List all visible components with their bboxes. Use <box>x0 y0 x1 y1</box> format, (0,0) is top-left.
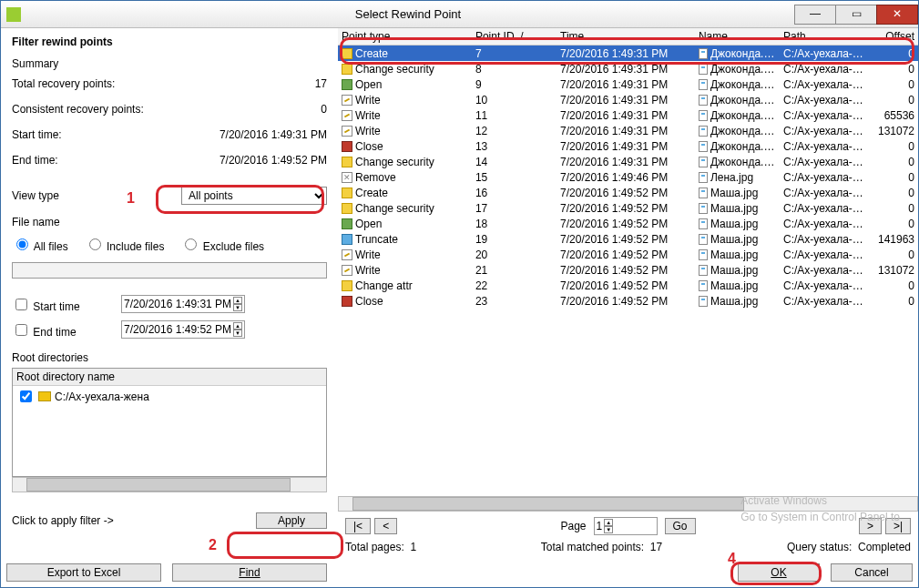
callout-2: 2 <box>209 537 217 553</box>
write-icon <box>342 110 352 121</box>
close-button[interactable]: ✕ <box>876 5 918 25</box>
root-dir-item[interactable]: C:/Ах-уехала-жена <box>13 386 326 407</box>
apply-hint: Click to apply filter -> <box>12 514 256 527</box>
filter-panel: Filter rewind points Summary Total recov… <box>1 28 338 561</box>
file-icon <box>699 157 708 167</box>
viewtype-select[interactable]: All points <box>181 187 327 205</box>
start-time-picker[interactable]: 7/20/2016 1:49:31 PM▲▼ <box>121 295 245 313</box>
file-icon <box>699 203 708 214</box>
filename-input[interactable] <box>12 262 327 279</box>
table-row[interactable]: Change attr227/20/2016 1:49:52 PMМаша.jp… <box>338 278 918 293</box>
apply-button[interactable]: Apply <box>256 512 327 529</box>
grid-header: Point type Point ID / Time Name Path Off… <box>338 28 918 46</box>
spinner-down-icon[interactable]: ▼ <box>233 304 242 311</box>
ok-button[interactable]: OK <box>738 563 820 582</box>
grid-panel: Point type Point ID / Time Name Path Off… <box>338 28 918 561</box>
root-dir-checkbox[interactable] <box>20 390 32 402</box>
find-button[interactable]: Find <box>172 563 327 582</box>
table-row[interactable]: Write117/20/2016 1:49:31 PMДжоконда.jpgC… <box>338 107 918 123</box>
table-row[interactable]: Change security147/20/2016 1:49:31 PMДжо… <box>338 154 918 169</box>
root-dirs-scrollbar[interactable] <box>12 477 327 492</box>
grid-scrollbar[interactable] <box>338 496 918 512</box>
cb-start-time[interactable]: Start time <box>12 296 121 313</box>
summary-label: Summary <box>12 57 327 70</box>
viewtype-label: View type <box>12 189 181 202</box>
grid-body[interactable]: Create77/20/2016 1:49:31 PMДжоконда.jpgC… <box>338 46 918 309</box>
maximize-button[interactable]: ▭ <box>835 5 877 25</box>
rb-include-files[interactable]: Include files <box>85 236 165 253</box>
file-icon <box>699 218 708 229</box>
total-pages-label: Total pages: <box>345 541 404 553</box>
table-row[interactable]: Change security177/20/2016 1:49:52 PMМаш… <box>338 200 918 216</box>
cb-end-time[interactable]: End time <box>12 321 121 339</box>
file-icon <box>699 265 708 276</box>
total-pages-value: 1 <box>410 541 416 553</box>
write-icon <box>342 95 352 106</box>
total-points-value: 17 <box>315 77 327 90</box>
end-time-picker[interactable]: 7/20/2016 1:49:52 PM▲▼ <box>121 320 245 339</box>
titlebar: Select Rewind Point — ▭ ✕ <box>1 1 918 28</box>
table-row[interactable]: Write207/20/2016 1:49:52 PMМаша.jpgC:/Ах… <box>338 247 918 262</box>
go-button[interactable]: Go <box>665 518 696 534</box>
file-icon <box>699 296 708 307</box>
table-row[interactable]: Close137/20/2016 1:49:31 PMДжоконда.jpgC… <box>338 138 918 154</box>
attr-icon <box>342 280 352 291</box>
close-icon <box>342 141 352 152</box>
col-point-id[interactable]: Point ID / <box>472 28 557 45</box>
matched-label: Total matched points: <box>541 541 644 553</box>
end-time-label: End time: <box>12 154 220 167</box>
folder-icon <box>38 391 51 401</box>
col-offset[interactable]: Offset <box>869 28 918 45</box>
root-dirs-list: Root directory name C:/Ах-уехала-жена <box>12 368 327 477</box>
file-icon <box>699 64 708 75</box>
open-icon <box>342 79 352 90</box>
cancel-button[interactable]: Cancel <box>831 563 913 582</box>
consistent-label: Consistent recovery points: <box>12 103 321 116</box>
table-row[interactable]: Open187/20/2016 1:49:52 PMМаша.jpgC:/Ах-… <box>338 216 918 231</box>
write-icon <box>342 126 352 137</box>
spinner-up-icon[interactable]: ▲ <box>233 297 242 304</box>
root-dirs-label: Root directories <box>12 351 327 364</box>
file-icon <box>699 172 708 183</box>
app-icon <box>6 7 21 22</box>
file-icon <box>699 249 708 260</box>
callout-4: 4 <box>728 551 736 567</box>
col-time[interactable]: Time <box>557 28 695 45</box>
table-row[interactable]: Close237/20/2016 1:49:52 PMМаша.jpgC:/Ах… <box>338 293 918 309</box>
table-row[interactable]: Write127/20/2016 1:49:31 PMДжоконда.jpgC… <box>338 123 918 138</box>
prev-page-button[interactable]: < <box>374 518 397 534</box>
minimize-button[interactable]: — <box>794 5 836 25</box>
close-icon <box>342 296 352 307</box>
export-button[interactable]: Export to Excel <box>6 563 161 582</box>
remove-icon <box>342 172 352 183</box>
create-icon <box>342 188 352 198</box>
stats: Total pages: 1 Total matched points: 17 … <box>338 537 918 561</box>
write-icon <box>342 249 352 260</box>
page-input[interactable]: 1▲▼ <box>594 517 658 535</box>
table-row[interactable]: Change security87/20/2016 1:49:31 PMДжок… <box>338 61 918 76</box>
table-row[interactable]: Create167/20/2016 1:49:52 PMМаша.jpgC:/А… <box>338 185 918 200</box>
footer: Export to Excel Find OK Cancel 4 <box>1 561 918 587</box>
file-icon <box>699 234 708 245</box>
file-icon <box>699 126 708 137</box>
spinner-up-icon[interactable]: ▲ <box>233 322 242 329</box>
table-row[interactable]: Create77/20/2016 1:49:31 PMДжоконда.jpgC… <box>338 46 918 61</box>
col-point-type[interactable]: Point type <box>338 28 472 45</box>
file-icon <box>699 95 708 106</box>
col-path[interactable]: Path <box>780 28 869 45</box>
table-row[interactable]: Write107/20/2016 1:49:31 PMДжоконда.jpgC… <box>338 92 918 107</box>
col-name[interactable]: Name <box>695 28 780 45</box>
content: Filter rewind points Summary Total recov… <box>1 28 918 561</box>
last-page-button[interactable]: >| <box>885 518 911 534</box>
first-page-button[interactable]: |< <box>345 518 371 534</box>
filter-title: Filter rewind points <box>12 35 327 48</box>
rb-all-files[interactable]: All files <box>12 236 68 253</box>
next-page-button[interactable]: > <box>859 518 882 534</box>
rb-exclude-files[interactable]: Exclude files <box>180 236 264 253</box>
table-row[interactable]: Remove157/20/2016 1:49:46 PMЛена.jpgC:/А… <box>338 169 918 185</box>
window-title: Select Rewind Point <box>21 7 795 21</box>
spinner-down-icon[interactable]: ▼ <box>233 329 242 337</box>
table-row[interactable]: Open97/20/2016 1:49:31 PMДжоконда.jpgC:/… <box>338 76 918 92</box>
table-row[interactable]: Truncate197/20/2016 1:49:52 PMМаша.jpgC:… <box>338 231 918 247</box>
table-row[interactable]: Write217/20/2016 1:49:52 PMМаша.jpgC:/Ах… <box>338 262 918 278</box>
